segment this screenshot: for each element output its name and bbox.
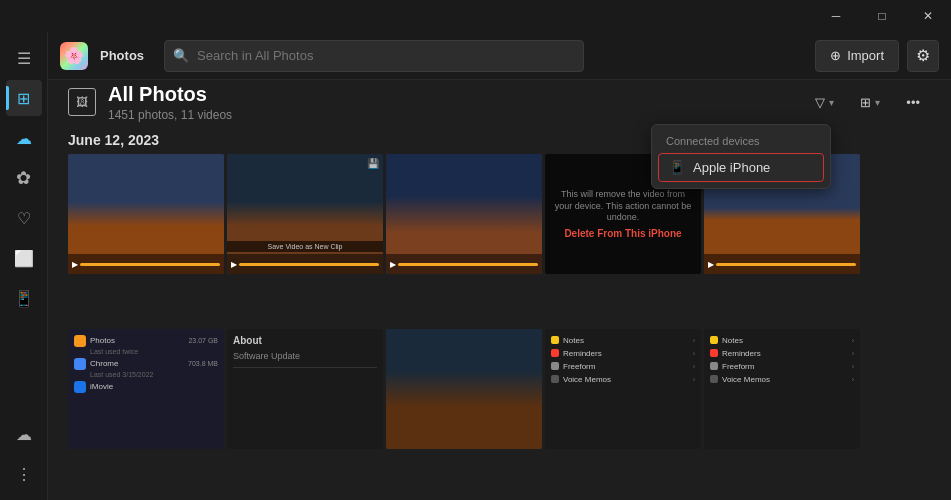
- photo-thumb-6[interactable]: Photos 23.07 GB Last used twice Chrome 7…: [68, 329, 224, 449]
- main-content: 🌸 Photos 🔍 ⊕ Import ⚙ 🖼 All Photos: [48, 32, 951, 500]
- chrome-app-icon: [74, 358, 86, 370]
- freeform-label: Freeform: [563, 362, 595, 371]
- delete-button[interactable]: Delete From This iPhone: [564, 228, 681, 239]
- search-icon: 🔍: [173, 48, 189, 63]
- import-icon: ⊕: [830, 48, 841, 63]
- play-icon-5: ▶: [708, 260, 714, 269]
- titlebar: ─ □ ✕: [0, 0, 951, 32]
- chrome-sub: Last used 3/15/2022: [74, 371, 218, 378]
- sidebar-icon-grid[interactable]: ⊞: [6, 80, 42, 116]
- notes-label-2: Notes: [722, 336, 743, 345]
- imovie-app-name: iMovie: [90, 382, 113, 391]
- chrome-app-size: 703.8 MB: [188, 360, 218, 367]
- app-row-chrome: Chrome 703.8 MB: [74, 358, 218, 370]
- secondary-toolbar: 🖼 All Photos 1451 photos, 11 videos ▽ ▾ …: [48, 80, 951, 124]
- notes-row-2: Notes ›: [710, 335, 854, 346]
- photo-grid: ▶ 💾 ▶ Save Video as New Clip: [48, 154, 951, 500]
- search-box[interactable]: 🔍: [164, 40, 584, 72]
- sidebar-icon-phone[interactable]: 📱: [6, 280, 42, 316]
- filter-button[interactable]: ▽ ▾: [804, 87, 845, 117]
- voicememos-icon: [551, 375, 559, 383]
- reminders-icon-2: [710, 349, 718, 357]
- photo-count: 1451 photos, 11 videos: [108, 108, 232, 122]
- video-progress-2: [239, 263, 379, 266]
- photos-app-name: Photos: [90, 336, 115, 345]
- search-input[interactable]: [197, 48, 575, 63]
- photo-thumb-3[interactable]: ▶: [386, 154, 542, 274]
- close-button[interactable]: ✕: [905, 0, 951, 32]
- sidebar-icon-settings[interactable]: ⋮: [6, 456, 42, 492]
- notes-row-1: Notes ›: [551, 335, 695, 346]
- window-controls: ─ □ ✕: [813, 0, 951, 32]
- import-label: Import: [847, 48, 884, 63]
- app-container: ☰ ⊞ ☁ ✿ ♡ ⬜ 📱 ☁ ⋮ 🌸 Photos: [0, 32, 951, 500]
- chrome-app-name: Chrome: [90, 359, 118, 368]
- sidebar-icon-cloud2[interactable]: ☁: [6, 416, 42, 452]
- voicememos-row-2: Voice Memos ›: [710, 374, 854, 385]
- connected-devices-dropdown: Connected devices 📱 Apple iPhone: [651, 124, 831, 189]
- reminders-row-2: Reminders ›: [710, 348, 854, 359]
- voicememos-label: Voice Memos: [563, 375, 611, 384]
- app-row-photos: Photos 23.07 GB: [74, 335, 218, 347]
- notes-icon-2: [710, 336, 718, 344]
- sidebar-icon-photos[interactable]: ✿: [6, 160, 42, 196]
- import-button[interactable]: ⊕ Import: [815, 40, 899, 72]
- video-progress-3: [398, 263, 538, 266]
- title-group: All Photos 1451 photos, 11 videos: [108, 83, 232, 122]
- grid-view-button[interactable]: ⊞ ▾: [849, 87, 891, 117]
- secondary-toolbar-right: ▽ ▾ ⊞ ▾ •••: [804, 87, 931, 117]
- save-overlay: 💾: [367, 158, 379, 169]
- voicememos-row-1: Voice Memos ›: [551, 374, 695, 385]
- software-update-title: Software Update: [233, 351, 377, 365]
- device-name: Apple iPhone: [693, 160, 770, 175]
- reminders-label-2: Reminders: [722, 349, 761, 358]
- photos-app-size: 23.07 GB: [188, 337, 218, 344]
- photo-thumb-9[interactable]: Notes › Reminders › Freeform ›: [545, 329, 701, 449]
- reminders-label: Reminders: [563, 349, 602, 358]
- grid-caret: ▾: [875, 97, 880, 108]
- apple-iphone-item[interactable]: 📱 Apple iPhone: [658, 153, 824, 182]
- sidebar-icon-hamburger[interactable]: ☰: [6, 40, 42, 76]
- iphone-message: This will remove the video from your dev…: [553, 189, 693, 224]
- video-progress-5: [716, 263, 856, 266]
- page-icon: 🖼: [68, 88, 96, 116]
- toolbar-right: ⊕ Import ⚙: [815, 40, 939, 72]
- photo-thumb-8[interactable]: [386, 329, 542, 449]
- sidebar-icon-cloud[interactable]: ☁: [6, 120, 42, 156]
- photo-thumb-10[interactable]: Notes › Reminders › Freeform ›: [704, 329, 860, 449]
- reminders-icon: [551, 349, 559, 357]
- photos-sub: Last used twice: [74, 348, 218, 355]
- voicememos-label-2: Voice Memos: [722, 375, 770, 384]
- photo-thumb-1[interactable]: ▶: [68, 154, 224, 274]
- freeform-row-1: Freeform ›: [551, 361, 695, 372]
- app-logo: 🌸: [60, 42, 88, 70]
- reminders-row-1: Reminders ›: [551, 348, 695, 359]
- freeform-label-2: Freeform: [722, 362, 754, 371]
- play-icon-2: ▶: [231, 260, 237, 269]
- freeform-icon-2: [710, 362, 718, 370]
- page-title: All Photos: [108, 83, 232, 106]
- photo-thumb-7[interactable]: About Software Update: [227, 329, 383, 449]
- sidebar-icon-folder[interactable]: ⬜: [6, 240, 42, 276]
- video-progress-1: [80, 263, 220, 266]
- more-icon: •••: [906, 95, 920, 110]
- gear-button[interactable]: ⚙: [907, 40, 939, 72]
- photo-thumb-2[interactable]: 💾 ▶ Save Video as New Clip: [227, 154, 383, 274]
- gear-icon: ⚙: [916, 46, 930, 65]
- more-options-button[interactable]: •••: [895, 87, 931, 117]
- grid-view-icon: ⊞: [860, 95, 871, 110]
- voicememos-icon-2: [710, 375, 718, 383]
- filter-caret: ▾: [829, 97, 834, 108]
- app-title: Photos: [100, 48, 144, 63]
- play-icon-1: ▶: [72, 260, 78, 269]
- about-title: About: [233, 335, 377, 349]
- minimize-button[interactable]: ─: [813, 0, 859, 32]
- filter-icon: ▽: [815, 95, 825, 110]
- save-label: Save Video as New Clip: [227, 241, 383, 252]
- connected-devices-label: Connected devices: [658, 131, 824, 153]
- imovie-app-icon: [74, 381, 86, 393]
- active-indicator: [6, 86, 9, 110]
- maximize-button[interactable]: □: [859, 0, 905, 32]
- sidebar-icon-heart[interactable]: ♡: [6, 200, 42, 236]
- photos-app-icon: [74, 335, 86, 347]
